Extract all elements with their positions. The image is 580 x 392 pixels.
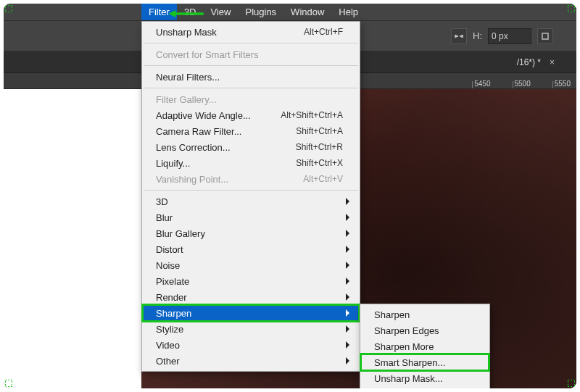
menu-item-filter-gallery[interactable]: Filter Gallery... (143, 91, 359, 107)
svg-rect-5 (5, 380, 12, 387)
menu-label: Stylize (156, 324, 343, 335)
corner-marker-icon (568, 5, 575, 12)
ruler-tick: 5500 (513, 81, 531, 88)
submenu-item-sharpen[interactable]: Sharpen (361, 306, 489, 322)
menubar-item-plugins[interactable]: Plugins (238, 4, 283, 20)
menu-label: Noise (156, 260, 343, 271)
menu-item-3d[interactable]: 3D (143, 193, 359, 209)
commit-icon[interactable] (537, 28, 553, 44)
menubar-item-window[interactable]: Window (283, 4, 331, 20)
menubar-item-view[interactable]: View (204, 4, 239, 20)
svg-rect-2 (542, 33, 548, 39)
menu-separator (144, 88, 358, 88)
menu-label: Filter Gallery... (156, 94, 343, 105)
menu-item-distort[interactable]: Distort (143, 241, 359, 257)
submenu-item-smart-sharpen[interactable]: Smart Sharpen... (361, 354, 489, 370)
menu-label: Sharpen More (374, 341, 473, 352)
menubar-label: View (211, 7, 231, 17)
menu-item-stylize[interactable]: Stylize (143, 321, 359, 337)
height-field[interactable]: 0 px (488, 28, 531, 44)
menu-item-blur-gallery[interactable]: Blur Gallery (143, 225, 359, 241)
submenu-item-sharpen-edges[interactable]: Sharpen Edges (361, 322, 489, 338)
menu-label: Unsharp Mask (156, 27, 304, 38)
menu-shortcut: Alt+Ctrl+V (303, 174, 343, 184)
menu-item-camera-raw-filter[interactable]: Camera Raw Filter... Shift+Ctrl+A (143, 123, 359, 139)
menu-label: Blur Gallery (156, 228, 343, 239)
menubar-label: Help (339, 7, 358, 17)
height-label: H: (473, 30, 482, 41)
menu-shortcut: Shift+Ctrl+X (296, 158, 343, 168)
menu-item-recent-filter[interactable]: Unsharp Mask Alt+Ctrl+F (143, 24, 359, 40)
menu-label: Video (156, 340, 343, 351)
menu-label: Unsharp Mask... (374, 373, 473, 384)
menubar-label: Plugins (245, 7, 276, 17)
menu-label: Smart Sharpen... (374, 357, 473, 368)
ruler-tick: 5550 (552, 81, 571, 88)
corner-marker-icon (5, 5, 12, 12)
close-tab-icon[interactable]: × (550, 57, 555, 67)
menu-item-other[interactable]: Other (143, 353, 359, 369)
menubar-item-help[interactable]: Help (331, 4, 365, 20)
sharpen-submenu: Sharpen Sharpen Edges Sharpen More Smart… (360, 304, 490, 389)
link-wh-icon[interactable] (451, 28, 467, 44)
menu-item-noise[interactable]: Noise (143, 257, 359, 273)
menu-label: Adaptive Wide Angle... (156, 110, 281, 121)
menubar-item-filter[interactable]: Filter (141, 4, 177, 20)
menu-separator (144, 65, 358, 66)
svg-rect-6 (568, 380, 575, 387)
menu-shortcut: Alt+Shift+Ctrl+A (281, 110, 343, 120)
menu-label: 3D (156, 196, 343, 207)
menubar-label: 3D (184, 7, 196, 17)
menu-label: Sharpen (374, 309, 473, 320)
menu-label: Distort (156, 244, 343, 255)
menu-label: Render (156, 292, 343, 303)
menu-item-liquify[interactable]: Liquify... Shift+Ctrl+X (143, 155, 359, 171)
submenu-item-unsharp-mask[interactable]: Unsharp Mask... (361, 370, 489, 386)
menu-bar: Filter 3D View Plugins Window Help (4, 4, 576, 21)
menu-label: Vanishing Point... (156, 174, 303, 185)
menu-separator (144, 43, 358, 43)
menu-item-adaptive-wide-angle[interactable]: Adaptive Wide Angle... Alt+Shift+Ctrl+A (143, 107, 359, 123)
menu-label: Camera Raw Filter... (156, 126, 296, 137)
menu-item-vanishing-point[interactable]: Vanishing Point... Alt+Ctrl+V (143, 171, 359, 187)
menu-separator (144, 190, 358, 191)
menu-label: Pixelate (156, 276, 343, 287)
menu-label: Lens Correction... (156, 142, 296, 153)
menu-item-neural-filters[interactable]: Neural Filters... (143, 69, 359, 85)
menu-label: Sharpen (156, 308, 343, 319)
menu-item-blur[interactable]: Blur (143, 209, 359, 225)
menu-item-lens-correction[interactable]: Lens Correction... Shift+Ctrl+R (143, 139, 359, 155)
menu-shortcut: Alt+Ctrl+F (304, 27, 343, 37)
menubar-label: Filter (149, 7, 170, 17)
submenu-item-sharpen-more[interactable]: Sharpen More (361, 338, 489, 354)
menu-label: Convert for Smart Filters (156, 49, 343, 60)
menubar-label: Window (291, 7, 324, 17)
svg-rect-3 (5, 5, 12, 12)
menu-label: Blur (156, 212, 343, 223)
menu-item-sharpen[interactable]: Sharpen (143, 305, 359, 321)
corner-marker-icon (5, 380, 12, 387)
corner-marker-icon (568, 380, 575, 387)
svg-rect-4 (568, 5, 575, 12)
menubar-item-3d[interactable]: 3D (177, 4, 204, 20)
document-tab-title[interactable]: /16*) * (517, 57, 541, 67)
ruler-tick: 5450 (472, 81, 490, 88)
height-value: 0 px (492, 31, 508, 41)
menu-label: Neural Filters... (156, 72, 343, 83)
menu-label: Sharpen Edges (374, 325, 473, 336)
menu-item-convert-smart-filters[interactable]: Convert for Smart Filters (143, 46, 359, 62)
menu-shortcut: Shift+Ctrl+A (296, 126, 343, 136)
menu-item-video[interactable]: Video (143, 337, 359, 353)
menu-item-render[interactable]: Render (143, 289, 359, 305)
menu-item-pixelate[interactable]: Pixelate (143, 273, 359, 289)
menu-label: Other (156, 356, 343, 367)
filter-menu: Unsharp Mask Alt+Ctrl+F Convert for Smar… (141, 21, 360, 372)
menu-label: Liquify... (156, 158, 296, 169)
menu-shortcut: Shift+Ctrl+R (296, 142, 343, 152)
